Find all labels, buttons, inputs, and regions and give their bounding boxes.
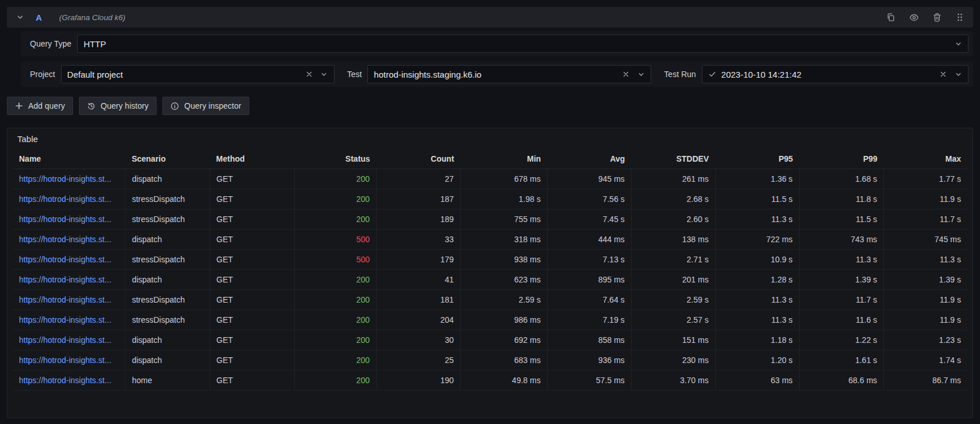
request-name-link[interactable]: https://hotrod-insights.st... <box>19 255 111 264</box>
request-name-link[interactable]: https://hotrod-insights.st... <box>19 335 111 345</box>
remove-query-button[interactable] <box>930 11 943 24</box>
add-query-button[interactable]: Add query <box>7 97 73 115</box>
cell-method: GET <box>210 169 295 189</box>
column-header-stddev[interactable]: STDDEV <box>631 151 715 169</box>
collapse-query-button[interactable] <box>14 11 26 24</box>
cell-scenario: home <box>126 370 210 391</box>
table-row: https://hotrod-insights.st...dispatchGET… <box>13 169 967 189</box>
table-row: https://hotrod-insights.st...dispatchGET… <box>13 230 967 250</box>
cell-count: 187 <box>377 189 461 209</box>
column-header-status[interactable]: Status <box>295 151 377 169</box>
request-name-link[interactable]: https://hotrod-insights.st... <box>19 315 111 324</box>
test-select[interactable]: hotrod-insights.staging.k6.io <box>367 65 651 83</box>
cell-count: 41 <box>377 270 461 290</box>
status-badge: 200 <box>295 290 377 310</box>
table-body: https://hotrod-insights.st...dispatchGET… <box>13 169 967 391</box>
request-name-link[interactable]: https://hotrod-insights.st... <box>19 275 111 284</box>
copy-icon <box>886 13 895 22</box>
test-run-value: 2023-10-10 14:21:42 <box>721 70 939 79</box>
panel-title[interactable]: Table <box>13 132 43 151</box>
chevron-down-icon[interactable] <box>320 70 329 79</box>
cell-p95: 11.5 s <box>715 189 799 209</box>
query-type-row: Query Type HTTP <box>21 31 973 56</box>
table-row: https://hotrod-insights.st...dispatchGET… <box>13 270 967 290</box>
cell-count: 179 <box>377 250 461 270</box>
chevron-down-icon[interactable] <box>954 70 963 79</box>
clear-icon[interactable] <box>305 70 314 79</box>
column-header-max[interactable]: Max <box>884 151 967 169</box>
request-name-link[interactable]: https://hotrod-insights.st... <box>19 215 111 224</box>
project-select[interactable]: Default project <box>61 65 335 83</box>
status-badge: 200 <box>295 189 377 209</box>
cell-name: https://hotrod-insights.st... <box>13 330 126 350</box>
chevron-down-icon[interactable] <box>954 39 963 48</box>
column-header-method[interactable]: Method <box>210 151 295 169</box>
cell-p99: 11.8 s <box>799 189 884 209</box>
query-actions-row: Add query Query history Query inspecto <box>7 97 973 115</box>
cell-count: 33 <box>377 230 461 250</box>
query-ref-id[interactable]: A <box>36 13 42 22</box>
cell-max: 11.3 s <box>884 250 967 270</box>
query-inspector-button[interactable]: Query inspector <box>162 97 249 115</box>
request-name-link[interactable]: https://hotrod-insights.st... <box>19 376 111 385</box>
chevron-down-icon[interactable] <box>636 70 645 79</box>
cell-min: 1.98 s <box>461 189 548 209</box>
cell-min: 678 ms <box>461 169 548 189</box>
request-name-link[interactable]: https://hotrod-insights.st... <box>19 194 111 204</box>
cell-p95: 1.36 s <box>715 169 799 189</box>
table-row: https://hotrod-insights.st...stressDispa… <box>13 189 967 209</box>
column-header-p95[interactable]: P95 <box>715 151 799 169</box>
hide-query-button[interactable] <box>907 11 920 24</box>
trash-icon <box>933 13 941 22</box>
column-header-name[interactable]: Name <box>13 151 126 169</box>
request-name-link[interactable]: https://hotrod-insights.st... <box>19 295 111 304</box>
cell-max: 745 ms <box>884 230 967 250</box>
cell-scenario: stressDispatch <box>126 290 210 310</box>
cell-p95: 63 ms <box>715 370 799 391</box>
column-header-avg[interactable]: Avg <box>547 151 631 169</box>
cell-name: https://hotrod-insights.st... <box>13 290 126 310</box>
clear-icon[interactable] <box>939 70 948 79</box>
cell-count: 27 <box>377 169 461 189</box>
cell-stddev: 138 ms <box>631 230 715 250</box>
request-name-link[interactable]: https://hotrod-insights.st... <box>19 235 111 244</box>
cell-p99: 1.68 s <box>799 169 884 189</box>
cell-max: 1.39 s <box>884 270 967 290</box>
cell-stddev: 2.57 s <box>631 310 715 330</box>
request-name-link[interactable]: https://hotrod-insights.st... <box>19 356 111 365</box>
cell-method: GET <box>210 290 295 310</box>
cell-count: 25 <box>377 350 461 370</box>
cell-name: https://hotrod-insights.st... <box>13 189 126 209</box>
table-row: https://hotrod-insights.st...stressDispa… <box>13 310 967 330</box>
status-badge: 500 <box>295 230 377 250</box>
cell-min: 683 ms <box>461 350 548 370</box>
column-header-scenario[interactable]: Scenario <box>126 151 210 169</box>
cell-count: 30 <box>377 330 461 350</box>
cell-min: 986 ms <box>461 310 548 330</box>
cell-scenario: dispatch <box>126 350 210 370</box>
cell-p99: 68.6 ms <box>799 370 884 391</box>
query-history-button[interactable]: Query history <box>79 97 157 115</box>
drag-query-handle[interactable] <box>954 11 966 24</box>
column-header-min[interactable]: Min <box>461 151 548 169</box>
duplicate-query-button[interactable] <box>884 11 897 24</box>
results-table: NameScenarioMethodStatusCountMinAvgSTDDE… <box>13 151 967 391</box>
history-icon <box>87 102 96 110</box>
column-header-p99[interactable]: P99 <box>799 151 884 169</box>
cell-avg: 7.19 s <box>547 310 631 330</box>
query-editor-header: A (Grafana Cloud k6) <box>7 7 973 28</box>
cell-name: https://hotrod-insights.st... <box>13 370 126 391</box>
cell-stddev: 2.59 s <box>631 290 715 310</box>
column-header-count[interactable]: Count <box>377 151 461 169</box>
cell-avg: 895 ms <box>547 270 631 290</box>
request-name-link[interactable]: https://hotrod-insights.st... <box>19 174 111 184</box>
cell-stddev: 261 ms <box>631 169 715 189</box>
query-type-select[interactable]: HTTP <box>77 35 968 53</box>
cell-min: 318 ms <box>461 230 548 250</box>
clear-icon[interactable] <box>621 70 630 79</box>
test-run-select[interactable]: 2023-10-10 14:21:42 <box>702 65 968 83</box>
cell-p99: 743 ms <box>799 230 884 250</box>
test-value: hotrod-insights.staging.k6.io <box>374 70 621 79</box>
cell-stddev: 151 ms <box>631 330 715 350</box>
test-run-field: Test Run 2023-10-10 14:21:42 <box>659 65 968 83</box>
